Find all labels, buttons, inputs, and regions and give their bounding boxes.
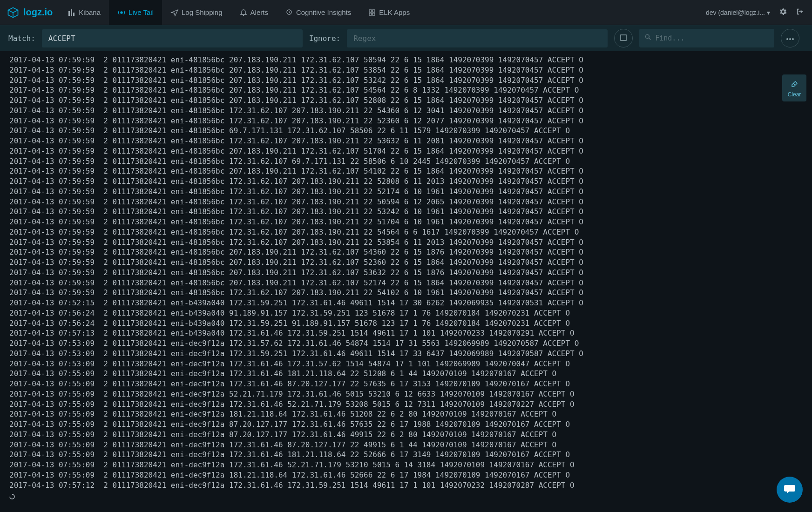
svg-rect-8 xyxy=(372,13,375,15)
log-line: 2017-04-13 07:59:59 2 011173820421 eni-4… xyxy=(9,268,803,278)
find-input[interactable] xyxy=(655,34,769,42)
log-line: 2017-04-13 07:59:59 2 011173820421 eni-4… xyxy=(9,197,803,207)
stop-button[interactable] xyxy=(614,29,633,47)
log-line: 2017-04-13 07:59:59 2 011173820421 eni-4… xyxy=(9,146,803,156)
stop-icon xyxy=(620,34,627,42)
dots-icon xyxy=(786,35,794,42)
more-menu-button[interactable] xyxy=(781,29,799,47)
chat-icon xyxy=(783,482,796,497)
log-line: 2017-04-13 07:59:59 2 011173820421 eni-4… xyxy=(9,176,803,187)
svg-rect-9 xyxy=(621,35,626,40)
log-line: 2017-04-13 07:53:09 2 011173820421 eni-d… xyxy=(9,338,803,349)
log-line: 2017-04-13 07:59:59 2 011173820421 eni-4… xyxy=(9,237,803,248)
radio-icon xyxy=(117,8,126,17)
svg-rect-6 xyxy=(372,10,375,12)
logo[interactable]: logz.io xyxy=(0,0,59,25)
nav-kibana[interactable]: Kibana xyxy=(59,0,109,25)
log-line: 2017-04-13 07:52:15 2 011173820421 eni-b… xyxy=(9,298,803,308)
log-area: 2017-04-13 07:59:59 2 011173820421 eni-4… xyxy=(0,51,812,506)
match-input[interactable] xyxy=(42,29,303,47)
head-icon xyxy=(285,8,293,17)
log-line: 2017-04-13 07:55:09 2 011173820421 eni-d… xyxy=(9,460,803,470)
log-line: 2017-04-13 07:53:09 2 011173820421 eni-d… xyxy=(9,359,803,369)
log-line: 2017-04-13 07:55:09 2 011173820421 eni-d… xyxy=(9,430,803,440)
log-line: 2017-04-13 07:55:09 2 011173820421 eni-d… xyxy=(9,419,803,430)
log-line: 2017-04-13 07:59:59 2 011173820421 eni-4… xyxy=(9,65,803,75)
bell-icon xyxy=(239,8,248,17)
nav-label: Live Tail xyxy=(129,8,154,16)
log-line: 2017-04-13 07:55:09 2 011173820421 eni-d… xyxy=(9,399,803,410)
user-menu[interactable]: dev (daniel@logz.i... ▾ xyxy=(706,9,770,16)
nav-label: ELK Apps xyxy=(379,8,410,16)
svg-point-11 xyxy=(786,38,788,40)
log-line: 2017-04-13 07:59:59 2 011173820421 eni-4… xyxy=(9,95,803,106)
log-line: 2017-04-13 07:59:59 2 011173820421 eni-4… xyxy=(9,55,803,65)
logo-icon xyxy=(7,6,20,19)
nav-label: Kibana xyxy=(79,8,101,16)
log-line: 2017-04-13 07:55:09 2 011173820421 eni-d… xyxy=(9,379,803,389)
clear-label: Clear xyxy=(788,91,801,98)
logo-text: logz.io xyxy=(23,7,53,18)
log-line: 2017-04-13 07:56:24 2 011173820421 eni-b… xyxy=(9,308,803,318)
log-line: 2017-04-13 07:59:59 2 011173820421 eni-4… xyxy=(9,288,803,298)
log-line: 2017-04-13 07:59:59 2 011173820421 eni-4… xyxy=(9,247,803,257)
log-line: 2017-04-13 07:59:59 2 011173820421 eni-4… xyxy=(9,106,803,116)
log-line: 2017-04-13 07:59:59 2 011173820421 eni-4… xyxy=(9,136,803,146)
log-line: 2017-04-13 07:59:59 2 011173820421 eni-4… xyxy=(9,217,803,227)
svg-point-13 xyxy=(792,38,794,40)
log-line: 2017-04-13 07:59:59 2 011173820421 eni-4… xyxy=(9,116,803,126)
ignore-label: Ignore: xyxy=(309,34,340,43)
svg-point-3 xyxy=(121,12,122,13)
log-line: 2017-04-13 07:59:59 2 011173820421 eni-4… xyxy=(9,257,803,268)
ignore-input[interactable] xyxy=(347,29,608,47)
search-icon xyxy=(645,34,651,42)
eraser-icon xyxy=(790,78,799,89)
log-line: 2017-04-13 07:59:59 2 011173820421 eni-4… xyxy=(9,187,803,197)
log-line: 2017-04-13 07:55:09 2 011173820421 eni-d… xyxy=(9,450,803,460)
svg-rect-1 xyxy=(71,9,72,16)
nav-label: Alerts xyxy=(250,8,268,16)
plane-icon xyxy=(170,8,179,17)
nav-tabs: Kibana Live Tail Log Shipping Alerts Cog… xyxy=(59,0,418,25)
log-line: 2017-04-13 07:55:09 2 011173820421 eni-d… xyxy=(9,440,803,450)
log-line: 2017-04-13 07:59:59 2 011173820421 eni-4… xyxy=(9,166,803,176)
svg-point-10 xyxy=(646,35,650,39)
log-line: 2017-04-13 07:59:59 2 011173820421 eni-4… xyxy=(9,75,803,86)
log-line: 2017-04-13 07:57:13 2 011173820421 eni-b… xyxy=(9,328,803,338)
log-line: 2017-04-13 07:59:59 2 011173820421 eni-4… xyxy=(9,126,803,136)
nav-alerts[interactable]: Alerts xyxy=(231,0,277,25)
svg-point-12 xyxy=(789,38,791,40)
chevron-down-icon: ▾ xyxy=(767,9,770,16)
top-bar: logz.io Kibana Live Tail Log Shipping Al… xyxy=(0,0,812,25)
nav-live-tail[interactable]: Live Tail xyxy=(109,0,162,25)
log-line: 2017-04-13 07:57:12 2 011173820421 eni-d… xyxy=(9,480,803,491)
log-line: 2017-04-13 07:59:59 2 011173820421 eni-4… xyxy=(9,85,803,95)
top-right: dev (daniel@logz.i... ▾ xyxy=(706,8,812,17)
filter-bar: Match: Ignore: xyxy=(0,25,812,51)
user-label-text: dev (daniel@logz.i... xyxy=(706,9,765,16)
nav-cognitive-insights[interactable]: Cognitive Insights xyxy=(277,0,359,25)
logout-icon[interactable] xyxy=(796,8,804,17)
nav-elk-apps[interactable]: ELK Apps xyxy=(359,0,418,25)
find-wrap[interactable] xyxy=(639,29,774,47)
nav-log-shipping[interactable]: Log Shipping xyxy=(162,0,231,25)
log-line: 2017-04-13 07:59:59 2 011173820421 eni-4… xyxy=(9,278,803,288)
log-line: 2017-04-13 07:55:09 2 011173820421 eni-d… xyxy=(9,470,803,480)
log-line: 2017-04-13 07:59:59 2 011173820421 eni-4… xyxy=(9,207,803,217)
svg-rect-0 xyxy=(68,11,70,16)
clear-button[interactable]: Clear xyxy=(782,74,806,101)
log-line: 2017-04-13 07:55:09 2 011173820421 eni-d… xyxy=(9,389,803,399)
log-line: 2017-04-13 07:59:59 2 011173820421 eni-4… xyxy=(9,156,803,167)
svg-rect-2 xyxy=(73,13,74,16)
log-line: 2017-04-13 07:53:09 2 011173820421 eni-d… xyxy=(9,349,803,359)
log-line: 2017-04-13 07:56:24 2 011173820421 eni-b… xyxy=(9,318,803,329)
loading-spinner-icon xyxy=(9,492,15,498)
log-line: 2017-04-13 07:55:09 2 011173820421 eni-d… xyxy=(9,369,803,379)
apps-icon xyxy=(368,8,376,17)
log-line: 2017-04-13 07:59:59 2 011173820421 eni-4… xyxy=(9,227,803,237)
nav-label: Log Shipping xyxy=(182,8,223,16)
chat-bubble[interactable] xyxy=(777,477,803,503)
gear-icon[interactable] xyxy=(779,8,787,17)
log-line: 2017-04-13 07:55:09 2 011173820421 eni-d… xyxy=(9,409,803,419)
nav-label: Cognitive Insights xyxy=(296,8,351,16)
